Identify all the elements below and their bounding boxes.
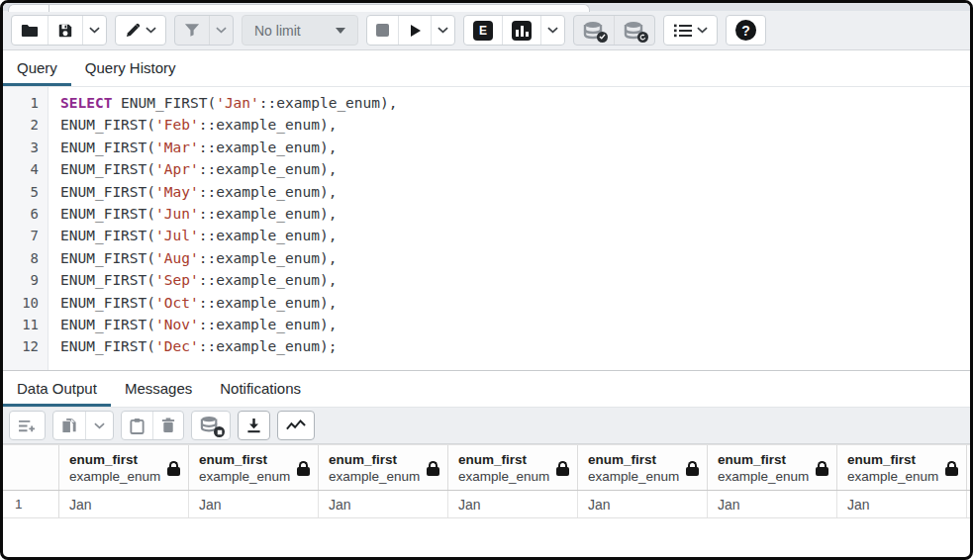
add-row-button[interactable]	[10, 412, 45, 439]
row-number-cell[interactable]: 1	[3, 491, 59, 517]
edit-button-group	[115, 15, 166, 46]
data-cell[interactable]: Jan	[708, 491, 837, 517]
copy-options-button[interactable]	[85, 412, 113, 439]
lock-icon	[427, 461, 439, 476]
line-number: 12	[3, 335, 39, 357]
chevron-down-icon	[216, 27, 227, 34]
tab-messages[interactable]: Messages	[111, 371, 206, 407]
data-cell[interactable]: Jan	[319, 491, 448, 517]
data-cell[interactable]: Jan	[448, 491, 578, 517]
add-row-icon	[18, 419, 37, 433]
download-icon	[246, 418, 261, 433]
download-csv-button[interactable]	[239, 412, 269, 439]
data-cell[interactable]: Jan	[59, 491, 189, 517]
line-number: 3	[3, 137, 39, 158]
row-limit-select[interactable]: No limit	[242, 15, 358, 46]
delete-row-button[interactable]	[152, 412, 183, 439]
chevron-down-icon	[89, 27, 100, 34]
column-header-labels: enum_firstexample_enum	[199, 451, 290, 485]
code-line: SELECT ENUM_FIRST('Jan'::example_enum),	[60, 92, 970, 114]
explain-options-button[interactable]	[540, 16, 564, 45]
stop-icon	[376, 24, 389, 37]
column-header[interactable]: enum_firstexample_enum	[448, 445, 578, 490]
help-button-group: ?	[726, 15, 766, 46]
lock-icon	[167, 461, 180, 476]
copy-group	[52, 411, 114, 440]
column-header-labels: enum_firstexample_enum	[458, 451, 549, 485]
rollback-button[interactable]	[614, 16, 654, 45]
line-chart-icon	[286, 419, 306, 432]
data-cell[interactable]: Jan	[837, 491, 967, 517]
editor-tab-bar: Query Query History	[3, 50, 970, 87]
code-line: ENUM_FIRST('Jun'::example_enum),	[60, 203, 970, 225]
lock-icon	[297, 461, 310, 476]
lock-icon	[556, 461, 569, 476]
stop-button[interactable]	[367, 16, 398, 45]
data-cell[interactable]: Jan	[189, 491, 319, 517]
code-line: ENUM_FIRST('Dec'::example_enum);	[60, 335, 970, 357]
line-number: 8	[3, 247, 39, 269]
help-icon: ?	[735, 20, 756, 41]
rollback-database-icon	[624, 21, 645, 41]
numbered-list-icon	[673, 23, 693, 39]
column-header[interactable]: enum_firstexample_enum	[189, 445, 319, 490]
column-header[interactable]: enum_firstexample_enum	[319, 445, 448, 490]
filter-options-button[interactable]	[209, 16, 233, 45]
play-icon	[408, 24, 422, 38]
column-name: enum_first	[69, 451, 160, 468]
chevron-down-icon	[697, 27, 708, 34]
tab-query-history[interactable]: Query History	[71, 50, 190, 86]
execute-button[interactable]	[398, 16, 431, 45]
column-header-labels: enum_firstexample_enum	[588, 451, 679, 485]
save-button[interactable]	[48, 16, 82, 45]
column-header[interactable]: enum_firstexample_enum	[837, 445, 967, 490]
filter-button[interactable]	[175, 16, 209, 45]
explain-analyze-icon	[512, 21, 532, 41]
active-window-tab-remnant	[8, 4, 590, 12]
funnel-icon	[184, 23, 200, 38]
column-type: example_enum	[588, 468, 679, 485]
line-number: 9	[3, 269, 39, 291]
save-options-button[interactable]	[82, 16, 106, 45]
copy-button[interactable]	[53, 412, 85, 439]
chevron-down-icon	[547, 27, 558, 34]
explain-button[interactable]: E	[464, 16, 502, 45]
open-file-button[interactable]	[12, 16, 48, 45]
results-grid: enum_firstexample_enumenum_firstexample_…	[3, 444, 970, 518]
help-button[interactable]: ?	[727, 16, 765, 45]
column-name: enum_first	[199, 451, 290, 468]
code-line: ENUM_FIRST('May'::example_enum),	[60, 181, 970, 203]
explain-analyze-button[interactable]	[502, 16, 540, 45]
column-header-labels: enum_firstexample_enum	[69, 451, 160, 485]
column-type: example_enum	[458, 468, 549, 485]
chevron-down-icon	[438, 27, 448, 34]
paste-button[interactable]	[122, 412, 152, 439]
execute-options-button[interactable]	[431, 16, 454, 45]
macros-button[interactable]	[664, 16, 717, 45]
graph-visualiser-button[interactable]	[278, 412, 314, 439]
code-line: ENUM_FIRST('Nov'::example_enum),	[60, 314, 970, 335]
filter-button-group	[174, 15, 234, 46]
tab-notifications[interactable]: Notifications	[206, 371, 315, 407]
line-number: 1	[3, 92, 39, 114]
download-group	[238, 411, 270, 440]
edit-button[interactable]	[116, 16, 165, 45]
caret-down-icon	[336, 28, 345, 34]
sql-editor: 123456789101112 SELECT ENUM_FIRST('Jan':…	[3, 87, 970, 370]
tab-data-output[interactable]: Data Output	[3, 371, 111, 407]
trash-icon	[161, 418, 175, 433]
column-header-labels: enum_firstexample_enum	[847, 451, 938, 485]
folder-icon	[21, 23, 39, 38]
code-area[interactable]: SELECT ENUM_FIRST('Jan'::example_enum),E…	[49, 87, 970, 370]
data-cell[interactable]: Jan	[578, 491, 708, 517]
grid-corner-cell[interactable]	[3, 445, 59, 490]
save-data-changes-button[interactable]	[192, 412, 230, 439]
column-name: enum_first	[329, 451, 420, 468]
code-line: ENUM_FIRST('Feb'::example_enum),	[60, 114, 970, 136]
commit-button[interactable]	[574, 16, 614, 45]
column-header[interactable]: enum_firstexample_enum	[578, 445, 708, 490]
code-line: ENUM_FIRST('Mar'::example_enum),	[60, 137, 970, 158]
tab-query[interactable]: Query	[3, 50, 71, 86]
column-header[interactable]: enum_firstexample_enum	[708, 445, 837, 490]
column-header[interactable]: enum_firstexample_enum	[59, 445, 189, 490]
